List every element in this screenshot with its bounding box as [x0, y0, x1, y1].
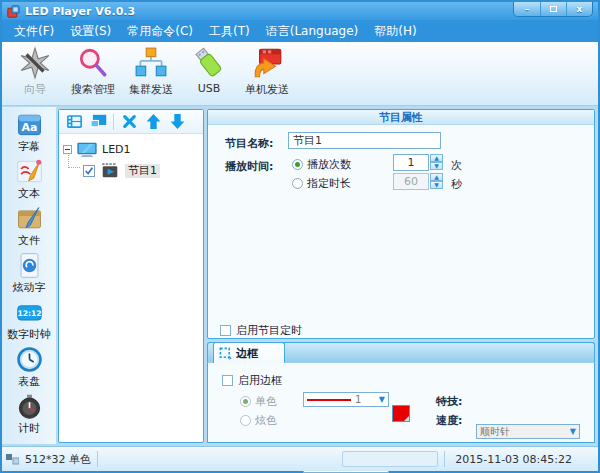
menu-tools[interactable]: 工具(T)	[201, 20, 258, 42]
play-count-unit: 次	[451, 158, 462, 173]
timing-label: 启用节目定时	[236, 323, 302, 338]
duration-input[interactable]	[393, 173, 429, 190]
add-program-button[interactable]	[62, 112, 86, 132]
status-bar: 512*32 单色 2015-11-03 08:45:22	[2, 446, 598, 471]
sidebar-item-digital-clock[interactable]: 12:12 数字时钟	[2, 299, 56, 346]
app-icon	[7, 5, 20, 18]
timing-checkbox-row: 启用节目定时	[220, 323, 302, 338]
program-checkbox[interactable]	[83, 165, 95, 177]
program-name-input[interactable]	[288, 132, 441, 149]
usb-icon	[192, 46, 226, 80]
play-count-input[interactable]	[393, 154, 429, 171]
sidebar-label-analog-clock: 表盘	[18, 374, 40, 389]
border-panel: 边框 启用边框 单色 1 ▼ 特技: 顺时针 ▼	[207, 342, 595, 443]
sidebar-label-file: 文件	[18, 233, 40, 248]
minimize-button[interactable]: –	[514, 2, 540, 16]
program-name-label: 节目名称:	[225, 136, 273, 151]
single-color-radio[interactable]	[240, 396, 251, 407]
play-count-radio-row: 播放次数	[292, 157, 351, 172]
single-line-swatch	[307, 399, 351, 401]
content-sidebar: Aa 字幕 文本 文件 炫动字 12:12 数字时钟 表盘 计时	[2, 107, 56, 444]
duration-radio[interactable]	[292, 178, 303, 189]
sidebar-item-analog-clock[interactable]: 表盘	[2, 346, 56, 393]
wizard-button[interactable]: 向导	[6, 45, 64, 98]
duration-spin-up[interactable]: ▲	[430, 173, 443, 181]
multi-color-radio[interactable]	[240, 415, 251, 426]
menu-settings[interactable]: 设置(S)	[62, 20, 119, 42]
standalone-send-button[interactable]: 单机发送	[238, 45, 296, 98]
menu-file[interactable]: 文件(F)	[6, 20, 62, 42]
tree-collapse-icon[interactable]	[63, 145, 72, 154]
sidebar-label-text: 文本	[18, 186, 40, 201]
duration-unit: 秒	[451, 177, 462, 192]
duration-spin-down[interactable]: ▼	[430, 181, 443, 189]
statusbar-progress-well	[342, 451, 438, 467]
sidebar-label-timer: 计时	[18, 421, 40, 436]
subtitle-glyph: Aa	[21, 121, 37, 134]
close-button[interactable]: x	[566, 2, 592, 16]
tree-node-led1[interactable]: LED1	[63, 141, 199, 158]
tree-toolbar-separator	[113, 114, 114, 130]
dropdown-arrow-icon: ▼	[570, 427, 576, 436]
standalone-send-icon	[250, 46, 284, 80]
properties-header: 节目属性	[208, 110, 594, 125]
digital-clock-icon: 12:12	[16, 299, 43, 326]
sidebar-label-digital-clock: 数字时钟	[7, 327, 51, 342]
search-manage-button[interactable]: 搜索管理	[64, 45, 122, 98]
play-count-spin-up[interactable]: ▲	[430, 154, 443, 162]
tree-node-label-program1: 节目1	[125, 164, 160, 178]
timing-checkbox[interactable]	[220, 325, 231, 336]
tab-border[interactable]: 边框	[213, 342, 285, 363]
menu-common-commands[interactable]: 常用命令(C)	[119, 20, 201, 42]
wizard-icon	[18, 46, 52, 80]
screen-info: 512*32 单色	[25, 452, 91, 467]
effect-dropdown[interactable]: 顺时针 ▼	[476, 424, 580, 439]
add-screen-icon	[90, 113, 107, 130]
tree-connector	[68, 167, 80, 168]
tab-border-label: 边框	[236, 346, 258, 361]
sidebar-item-timer[interactable]: 计时	[2, 393, 56, 440]
sidebar-item-file[interactable]: 文件	[2, 205, 56, 252]
duration-radio-row: 指定时长	[292, 176, 351, 191]
move-up-button[interactable]	[141, 112, 165, 132]
sidebar-item-subtitle[interactable]: Aa 字幕	[2, 111, 56, 158]
play-count-spinner: ▲ ▼	[393, 154, 443, 171]
minimize-icon: –	[525, 4, 530, 14]
program-tree-panel: LED1 节目1	[58, 109, 204, 443]
menu-help[interactable]: 帮助(H)	[366, 20, 424, 42]
single-line-style-dropdown[interactable]: 1 ▼	[303, 392, 389, 407]
border-panel-body: 启用边框 单色 1 ▼ 特技: 顺时针 ▼ 炫色	[207, 362, 595, 443]
sidebar-label-subtitle: 字幕	[18, 139, 40, 154]
main-toolbar: 向导 搜索管理 集群发送 USB 单机发送	[2, 42, 598, 106]
sidebar-item-text[interactable]: 文本	[2, 158, 56, 205]
program-properties-panel: 节目属性 节目名称: 播放时间: 播放次数 ▲ ▼ 次 指定时长 ▲ ▼	[207, 109, 595, 339]
add-screen-button[interactable]	[86, 112, 110, 132]
play-count-spin-down[interactable]: ▼	[430, 162, 443, 170]
tree-node-label-led1: LED1	[102, 143, 131, 156]
analog-clock-icon	[16, 346, 43, 373]
window-title: LED Player V6.0.3	[25, 5, 135, 18]
tree-node-program1[interactable]: 节目1	[83, 162, 199, 179]
play-count-radio[interactable]	[292, 159, 303, 170]
standalone-send-label: 单机发送	[245, 82, 289, 97]
move-down-button[interactable]	[165, 112, 189, 132]
menu-language[interactable]: 语言(Language)	[258, 20, 367, 42]
border-color-swatch[interactable]	[392, 405, 410, 422]
maximize-icon	[550, 6, 557, 12]
delete-button[interactable]	[117, 112, 141, 132]
duration-label: 指定时长	[307, 176, 351, 191]
cluster-send-label: 集群发送	[129, 82, 173, 97]
timer-icon	[16, 393, 43, 420]
enable-border-checkbox[interactable]	[222, 375, 233, 386]
sidebar-item-fancy-text[interactable]: 炫动字	[2, 252, 56, 299]
subtitle-icon: Aa	[16, 111, 43, 138]
maximize-button[interactable]	[540, 2, 566, 16]
border-tab-icon	[219, 347, 232, 360]
menu-bar: 文件(F) 设置(S) 常用命令(C) 工具(T) 语言(Language) 帮…	[2, 20, 598, 42]
single-color-label: 单色	[255, 394, 277, 409]
single-color-row: 单色	[240, 394, 277, 409]
multi-color-label: 炫色	[255, 413, 277, 428]
tree-connector	[68, 152, 69, 168]
cluster-send-button[interactable]: 集群发送	[122, 45, 180, 98]
usb-button[interactable]: USB	[180, 45, 238, 96]
